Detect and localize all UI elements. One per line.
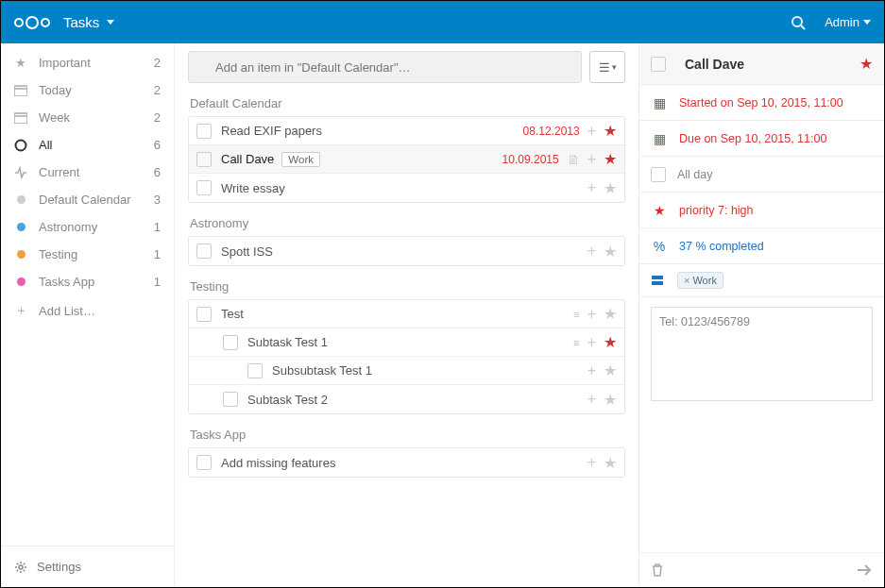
- task-group: Add missing features+★: [188, 447, 625, 478]
- sidebar-item-tasks-app[interactable]: Tasks App 1: [1, 268, 174, 295]
- add-subtask-icon[interactable]: +: [587, 391, 596, 408]
- allday-checkbox[interactable]: [651, 167, 666, 182]
- task-title: Subsubtask Test 1: [272, 363, 372, 378]
- calendar-dot-icon: [12, 277, 29, 286]
- sidebar-item-count: 3: [154, 193, 161, 207]
- settings-label: Settings: [37, 560, 81, 574]
- task-row[interactable]: Write essay+★: [189, 174, 624, 202]
- svg-rect-4: [14, 113, 27, 124]
- sidebar-settings[interactable]: Settings: [1, 546, 174, 587]
- note-icon: 🗎: [567, 152, 580, 167]
- task-date: 10.09.2015: [502, 153, 559, 166]
- sidebar-item-all[interactable]: All 6: [1, 131, 174, 159]
- search-icon[interactable]: [791, 15, 806, 30]
- detail-due-date[interactable]: ▦ Due on Sep 10, 2015, 11:00: [639, 121, 884, 157]
- calendar-icon: ▦: [651, 131, 668, 146]
- arrow-right-icon[interactable]: [856, 563, 873, 577]
- star-icon[interactable]: ★: [604, 150, 617, 168]
- star-icon[interactable]: ★: [604, 391, 617, 409]
- task-checkbox[interactable]: [196, 455, 212, 470]
- task-date: 08.12.2013: [523, 125, 580, 138]
- task-row[interactable]: Add missing features+★: [189, 448, 624, 477]
- add-subtask-icon[interactable]: +: [587, 123, 596, 140]
- sidebar-item-label: Important: [39, 56, 91, 70]
- sidebar-item-today[interactable]: Today 2: [1, 76, 174, 104]
- sidebar-item-label: Add List…: [39, 304, 95, 318]
- task-checkbox[interactable]: [223, 335, 238, 350]
- sidebar-item-default-calendar[interactable]: Default Calendar 3: [1, 186, 174, 213]
- sidebar-item-week[interactable]: Week 2: [1, 104, 174, 131]
- task-row[interactable]: Read EXIF papers08.12.2013+★: [189, 117, 624, 145]
- detail-tags[interactable]: ×Work: [639, 264, 884, 297]
- calendar-icon: ▦: [651, 95, 668, 110]
- app-header: Tasks Admin: [1, 1, 884, 43]
- detail-start-date[interactable]: ▦ Started on Sep 10, 2015, 11:00: [639, 85, 884, 121]
- section-title: Default Calendar: [190, 96, 625, 110]
- user-label: Admin: [825, 15, 859, 29]
- calendar-dot-icon: [12, 195, 29, 204]
- task-complete-checkbox[interactable]: [651, 57, 666, 72]
- star-icon[interactable]: ★: [604, 305, 617, 323]
- svg-rect-2: [14, 86, 27, 96]
- task-checkbox[interactable]: [223, 392, 238, 407]
- add-subtask-icon[interactable]: +: [587, 362, 596, 379]
- task-row[interactable]: Spott ISS+★: [189, 237, 624, 265]
- calendar-dot-icon: [12, 223, 29, 231]
- add-task-input[interactable]: [188, 51, 582, 83]
- task-row[interactable]: Subsubtask Test 1+★: [189, 357, 624, 385]
- detail-notes-text: Tel: 0123/456789: [659, 315, 750, 328]
- add-subtask-icon[interactable]: +: [587, 334, 596, 351]
- star-icon[interactable]: ★: [604, 454, 617, 472]
- sidebar-item-testing[interactable]: Testing 1: [1, 241, 174, 268]
- task-row[interactable]: Test≡+★: [189, 300, 624, 328]
- detail-title: Call Dave: [685, 57, 859, 72]
- user-menu[interactable]: Admin: [825, 15, 871, 29]
- detail-priority[interactable]: ★ priority 7: high: [639, 193, 884, 228]
- add-subtask-icon[interactable]: +: [587, 454, 596, 471]
- detail-notes[interactable]: Tel: 0123/456789: [651, 307, 873, 401]
- sidebar-item-astronomy[interactable]: Astronomy 1: [1, 213, 174, 241]
- task-checkbox[interactable]: [196, 307, 212, 322]
- detail-due-text: Due on Sep 10, 2015, 11:00: [679, 132, 826, 145]
- add-subtask-icon[interactable]: +: [587, 179, 596, 196]
- svg-point-7: [19, 565, 23, 569]
- star-icon[interactable]: ★: [859, 55, 873, 73]
- app-name-label: Tasks: [63, 14, 99, 30]
- detail-start-text: Started on Sep 10, 2015, 11:00: [679, 96, 843, 109]
- task-checkbox[interactable]: [196, 152, 212, 167]
- add-subtask-icon[interactable]: +: [587, 151, 596, 168]
- trash-icon[interactable]: [651, 563, 664, 578]
- add-subtask-icon[interactable]: +: [587, 243, 596, 260]
- star-icon[interactable]: ★: [604, 243, 617, 260]
- detail-completed[interactable]: % 37 % completed: [639, 228, 884, 264]
- task-row[interactable]: Call DaveWork10.09.2015🗎+★: [189, 145, 624, 174]
- sidebar-item-count: 2: [154, 83, 161, 97]
- section-title: Astronomy: [190, 216, 625, 230]
- task-checkbox[interactable]: [196, 124, 212, 139]
- sidebar-item-important[interactable]: ★ Important 2: [1, 49, 174, 76]
- star-icon[interactable]: ★: [604, 179, 617, 197]
- sidebar-item-current[interactable]: Current 6: [1, 159, 174, 186]
- tag-chip[interactable]: ×Work: [677, 272, 723, 289]
- sort-icon[interactable]: ≡: [573, 309, 579, 320]
- task-checkbox[interactable]: [247, 363, 263, 378]
- star-icon[interactable]: ★: [604, 361, 617, 379]
- star-icon[interactable]: ★: [604, 122, 617, 140]
- add-subtask-icon[interactable]: +: [587, 306, 596, 323]
- sort-button[interactable]: ☰ ▾: [589, 51, 625, 83]
- sidebar-add-list[interactable]: ＋ Add List…: [1, 295, 174, 326]
- star-icon[interactable]: ★: [604, 333, 617, 351]
- tag-label: Work: [692, 275, 716, 286]
- chevron-down-icon: ▾: [612, 62, 617, 72]
- percent-icon: %: [651, 239, 668, 254]
- sort-icon[interactable]: ≡: [573, 337, 579, 348]
- tag-icon: [651, 274, 668, 287]
- task-row[interactable]: Subtask Test 1≡+★: [189, 328, 624, 357]
- detail-allday[interactable]: All day: [639, 157, 884, 193]
- task-checkbox[interactable]: [196, 180, 212, 195]
- task-checkbox[interactable]: [196, 244, 212, 259]
- app-menu[interactable]: Tasks: [63, 14, 114, 30]
- task-group: Spott ISS+★: [188, 236, 625, 266]
- detail-allday-text: All day: [677, 168, 713, 181]
- task-row[interactable]: Subtask Test 2+★: [189, 385, 624, 413]
